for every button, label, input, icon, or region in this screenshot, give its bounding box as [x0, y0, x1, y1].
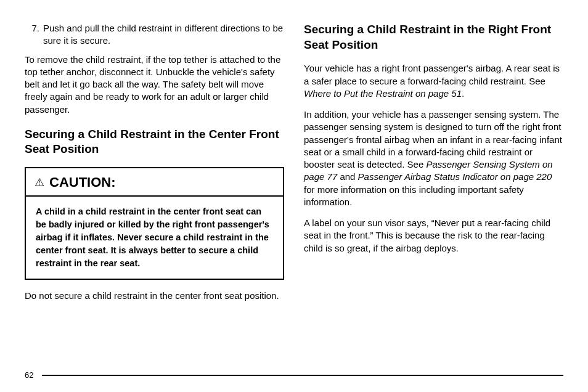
section-heading-right-front: Securing a Child Restraint in the Right …	[304, 22, 563, 52]
text-run: Your vehicle has a right front passenger…	[304, 63, 560, 86]
body-paragraph: Your vehicle has a right front passenger…	[304, 62, 563, 100]
list-text: Push and pull the child restraint in dif…	[43, 22, 284, 47]
text-run: and	[337, 171, 357, 182]
page-number: 62	[25, 370, 33, 380]
caution-body: A child in a child restraint in the cent…	[26, 197, 283, 279]
list-number: 7.	[25, 22, 43, 47]
cross-reference: Where to Put the Restraint on page 51	[304, 88, 462, 99]
right-column: Securing a Child Restraint in the Right …	[304, 22, 563, 311]
footer-rule	[42, 375, 563, 376]
body-paragraph: In addition, your vehicle has a passenge…	[304, 108, 563, 208]
text-run: for more information on this including i…	[304, 184, 524, 207]
caution-box: ⚠ CAUTION: A child in a child restraint …	[25, 167, 284, 280]
body-paragraph: A label on your sun visor says, “Never p…	[304, 217, 563, 255]
manual-page: 7. Push and pull the child restraint in …	[0, 0, 588, 392]
ordered-list-item: 7. Push and pull the child restraint in …	[25, 22, 284, 47]
body-paragraph: Do not secure a child restraint in the c…	[25, 290, 284, 302]
text-run: .	[462, 88, 464, 99]
two-column-layout: 7. Push and pull the child restraint in …	[25, 22, 563, 311]
cross-reference: Passenger Airbag Status Indicator on pag…	[358, 171, 552, 182]
caution-header: ⚠ CAUTION:	[26, 168, 283, 197]
caution-title: CAUTION:	[49, 174, 116, 190]
section-heading-center-front: Securing a Child Restraint in the Center…	[25, 127, 284, 157]
left-column: 7. Push and pull the child restraint in …	[25, 22, 284, 311]
body-paragraph: To remove the child restraint, if the to…	[25, 54, 284, 116]
page-footer: 62	[25, 370, 563, 380]
warning-triangle-icon: ⚠	[35, 177, 44, 188]
